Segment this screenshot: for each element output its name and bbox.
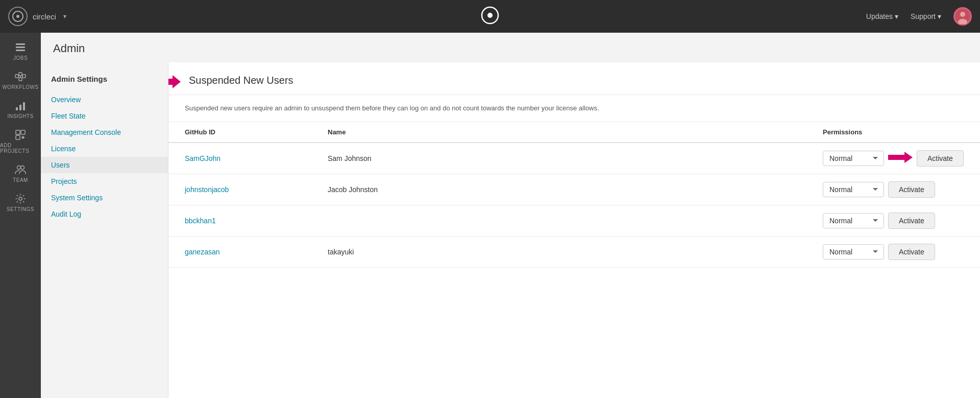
sidebar-link-license[interactable]: License — [41, 141, 168, 157]
svg-rect-9 — [16, 50, 25, 51]
sidebar-link-system-settings[interactable]: System Settings — [41, 190, 168, 206]
table-row: ganezasantakayukiNormalAdminActivate — [168, 236, 980, 267]
svg-point-3 — [487, 13, 493, 18]
org-chevron-icon[interactable]: ▾ — [63, 13, 66, 20]
table-row: bbckhan1NormalAdminActivate — [168, 205, 980, 236]
permissions-cell-user-1: NormalAdminActivate — [806, 143, 980, 174]
permission-select-user-2[interactable]: NormalAdmin — [823, 182, 884, 197]
admin-sidebar: Admin Settings Overview Fleet State Mana… — [41, 62, 168, 398]
top-nav-center — [481, 6, 499, 27]
permission-select-user-4[interactable]: NormalAdmin — [823, 244, 884, 260]
center-logo — [481, 6, 499, 27]
user-avatar[interactable] — [953, 7, 972, 26]
sidebar-item-team-label: TEAM — [13, 177, 28, 183]
svg-rect-19 — [23, 102, 25, 110]
col-header-name: Name — [311, 122, 806, 143]
sidebar-item-workflows[interactable]: WORKFLOWS — [0, 66, 41, 95]
updates-label: Updates — [866, 12, 893, 20]
svg-rect-13 — [19, 78, 22, 81]
user-name-user-4: takayuki — [311, 236, 806, 267]
svg-rect-21 — [21, 130, 25, 134]
content-layout: Admin Settings Overview Fleet State Mana… — [41, 62, 980, 398]
updates-nav[interactable]: Updates ▾ — [866, 12, 898, 20]
svg-rect-17 — [16, 107, 18, 110]
svg-point-5 — [960, 12, 965, 17]
sidebar-item-team[interactable]: TEAM — [0, 159, 41, 188]
github-id-link-user-1[interactable]: SamGJohn — [185, 154, 220, 162]
row-arrow-icon — [888, 150, 913, 166]
sidebar-item-workflows-label: WORKFLOWS — [2, 84, 38, 90]
sidebar-item-add-projects[interactable]: ADD PROJECTS — [0, 124, 41, 159]
svg-marker-28 — [168, 75, 181, 88]
org-name: circleci — [33, 12, 56, 21]
section-header-area: Suspended New Users — [168, 62, 980, 95]
permission-select-user-1[interactable]: NormalAdmin — [823, 151, 884, 166]
svg-rect-12 — [19, 73, 22, 76]
col-header-github-id: GitHub ID — [168, 122, 311, 143]
sidebar-item-insights[interactable]: INSIGHTS — [0, 95, 41, 124]
svg-rect-7 — [16, 43, 25, 45]
svg-rect-8 — [16, 46, 25, 48]
main-content: Admin Admin Settings Overview Fleet Stat… — [41, 33, 980, 398]
permission-select-user-3[interactable]: NormalAdmin — [823, 213, 884, 228]
permissions-cell-user-4: NormalAdminActivate — [806, 236, 980, 267]
table-row: SamGJohnSam JohnsonNormalAdminActivate — [168, 143, 980, 174]
svg-point-25 — [17, 166, 21, 170]
activate-button-user-2[interactable]: Activate — [888, 181, 935, 198]
support-label: Support — [911, 12, 936, 20]
activate-button-user-4[interactable]: Activate — [888, 244, 935, 260]
svg-rect-18 — [19, 105, 21, 110]
table-header-row: GitHub ID Name Permissions — [168, 122, 980, 143]
top-nav-left: circleci ▾ — [8, 7, 212, 26]
activate-button-user-1[interactable]: Activate — [917, 150, 964, 167]
svg-marker-29 — [888, 152, 913, 163]
circleci-logo-icon[interactable] — [8, 7, 28, 26]
svg-rect-11 — [22, 75, 26, 78]
section-arrow-icon — [168, 74, 181, 90]
svg-rect-10 — [15, 75, 18, 78]
support-chevron-icon: ▾ — [938, 12, 941, 20]
sidebar-link-projects[interactable]: Projects — [41, 173, 168, 190]
right-panel: Suspended New Users Suspended new users … — [168, 62, 980, 398]
top-nav-right: Updates ▾ Support ▾ — [866, 7, 972, 26]
github-id-link-user-3[interactable]: bbckhan1 — [185, 217, 216, 225]
updates-chevron-icon: ▾ — [895, 12, 898, 20]
sidebar-link-fleet-state[interactable]: Fleet State — [41, 108, 168, 124]
page-title: Admin — [53, 42, 968, 55]
permissions-cell-user-3: NormalAdminActivate — [806, 205, 980, 236]
page-header: Admin — [41, 33, 980, 62]
col-header-permissions: Permissions — [806, 122, 980, 143]
section-title: Suspended New Users — [185, 75, 293, 86]
users-table: GitHub ID Name Permissions SamGJohnSam J… — [168, 122, 980, 268]
sidebar-item-add-projects-label: ADD PROJECTS — [0, 143, 41, 154]
svg-point-27 — [19, 197, 22, 200]
permissions-cell-user-2: NormalAdminActivate — [806, 174, 980, 205]
user-name-user-3 — [311, 205, 806, 236]
sidebar-link-users[interactable]: Users — [41, 157, 168, 173]
svg-point-1 — [16, 15, 19, 18]
github-id-link-user-2[interactable]: johnstonjacob — [185, 185, 229, 194]
user-name-user-2: Jacob Johnston — [311, 174, 806, 205]
support-nav[interactable]: Support ▾ — [911, 12, 941, 20]
app-layout: JOBS WORKFLOWS INSIGHTS — [0, 33, 980, 398]
admin-sidebar-title: Admin Settings — [41, 71, 168, 91]
sidebar-item-insights-label: INSIGHTS — [7, 113, 33, 119]
section-description: Suspended new users require an admin to … — [168, 95, 980, 122]
table-row: johnstonjacobJacob JohnstonNormalAdminAc… — [168, 174, 980, 205]
sidebar-item-jobs[interactable]: JOBS — [0, 37, 41, 66]
icon-sidebar: JOBS WORKFLOWS INSIGHTS — [0, 33, 41, 398]
github-id-link-user-4[interactable]: ganezasan — [185, 248, 220, 256]
sidebar-link-audit-log[interactable]: Audit Log — [41, 206, 168, 222]
svg-rect-22 — [16, 135, 20, 139]
svg-point-26 — [21, 166, 24, 170]
sidebar-link-overview[interactable]: Overview — [41, 91, 168, 108]
activate-button-user-3[interactable]: Activate — [888, 213, 935, 229]
top-nav: circleci ▾ Updates ▾ Support ▾ — [0, 0, 980, 33]
sidebar-item-settings-label: SETTINGS — [7, 206, 34, 212]
sidebar-item-settings[interactable]: SETTINGS — [0, 188, 41, 217]
svg-rect-20 — [16, 130, 20, 134]
sidebar-link-management-console[interactable]: Management Console — [41, 124, 168, 141]
user-name-user-1: Sam Johnson — [311, 143, 806, 174]
sidebar-item-jobs-label: JOBS — [13, 55, 28, 61]
